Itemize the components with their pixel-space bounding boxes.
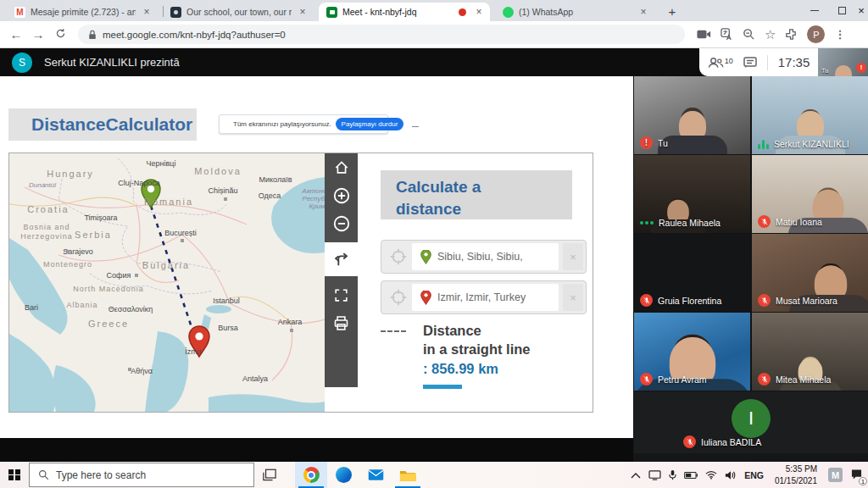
participant-tile[interactable]: !Tu — [634, 76, 750, 154]
destination-input[interactable]: Izmir, Izmir, Turkey — [412, 284, 559, 311]
shared-screen: DistanceCalculator Tüm ekranınızı paylaş… — [0, 76, 633, 438]
participant-tile[interactable]: Matiu Ioana — [752, 155, 868, 233]
origin-clear-button[interactable]: × — [563, 243, 583, 270]
map[interactable]: ЧернівціHungaryMoldovaМиколаївDunántúlCl… — [9, 153, 325, 412]
lock-icon — [88, 30, 97, 40]
origin-input[interactable]: Sibiu, Sibiu, Sibiu, — [412, 243, 559, 270]
city-marker — [290, 329, 293, 332]
tab-close-icon[interactable]: × — [297, 6, 309, 18]
mic-muted-icon — [683, 435, 696, 448]
destination-clear-button[interactable]: × — [563, 284, 583, 311]
tray-expand-icon[interactable] — [631, 472, 641, 479]
new-tab-button[interactable]: + — [663, 3, 682, 20]
display-icon[interactable] — [648, 470, 661, 480]
participant-name-label: Iuliana BADILA — [683, 435, 761, 448]
browser-tab[interactable]: Our school, our town, our region× — [163, 3, 314, 21]
bookmark-star-icon[interactable]: ☆ — [765, 27, 776, 42]
participant-letter-avatar: I — [732, 399, 771, 438]
browser-tab[interactable]: Meet - knt-nbyf-jdq× — [319, 3, 490, 21]
language-indicator[interactable]: ENG — [744, 470, 764, 480]
meet-header-controls: 10 17:35 — [699, 48, 818, 76]
browser-tab[interactable]: MMesaje primite (2.723) - andreea× — [7, 3, 158, 21]
map-label: Bari — [25, 303, 38, 312]
participant-tile[interactable]: IIuliana BADILA — [634, 391, 868, 453]
battery-icon[interactable] — [684, 471, 698, 480]
map-route-button[interactable] — [325, 242, 358, 276]
stop-sharing-button[interactable]: Paylaşmayı durdur — [336, 118, 404, 130]
distance-result: Distance in a straight line : 856.99 km — [381, 321, 584, 389]
map-zoom-in-button[interactable] — [325, 181, 358, 209]
window-minimize-button[interactable] — [801, 0, 828, 21]
speaking-indicator-icon — [758, 139, 769, 149]
tab-close-icon[interactable]: × — [637, 6, 649, 18]
tab-title: Our school, our town, our region — [186, 7, 292, 17]
locate-icon[interactable] — [389, 247, 408, 266]
city-marker — [66, 250, 70, 253]
task-view-button[interactable] — [254, 462, 285, 488]
zoom-out-icon[interactable] — [743, 28, 755, 41]
back-button[interactable]: ← — [5, 27, 27, 42]
participants-button[interactable]: 10 — [708, 57, 733, 69]
taskbar-edge-button[interactable] — [327, 462, 359, 488]
participant-tile[interactable]: Gruia Florentina — [634, 234, 750, 312]
participant-tile[interactable]: Petru Avram — [634, 313, 750, 391]
mic-muted-icon — [640, 294, 653, 307]
participant-tile[interactable]: Musat Marioara — [752, 234, 868, 312]
wifi-icon[interactable] — [705, 470, 717, 480]
map-label: Herzegovina — [20, 232, 73, 241]
participants-count: 10 — [725, 57, 733, 69]
profile-avatar[interactable]: P — [807, 25, 825, 43]
refresh-button[interactable] — [49, 27, 71, 42]
browser-menu-icon[interactable]: ⋮ — [834, 28, 845, 41]
map-label: Миколаїв — [259, 175, 292, 184]
map-label: Θεσσαλονίκη — [108, 305, 153, 313]
self-video-thumbnail[interactable]: Tu ! — [818, 48, 868, 76]
tab-close-icon[interactable]: × — [141, 6, 153, 18]
participant-video — [650, 200, 706, 233]
participant-name-label: Gruia Florentina — [640, 294, 721, 307]
recording-icon — [459, 8, 466, 16]
tab-close-icon[interactable]: × — [473, 6, 485, 18]
chat-icon[interactable] — [743, 57, 757, 69]
tab-title: Meet - knt-nbyf-jdq — [342, 7, 452, 17]
taskbar-search[interactable]: Type here to search — [29, 463, 254, 487]
map-home-button[interactable] — [325, 153, 358, 181]
participant-name-label: Musat Marioara — [758, 294, 837, 307]
extensions-icon[interactable] — [785, 28, 798, 41]
participant-tile[interactable]: Mitea Mihaela — [752, 313, 868, 391]
tab-title: Mesaje primite (2.723) - andreea — [31, 7, 136, 17]
map-zoom-out-button[interactable] — [325, 209, 358, 237]
notification-center-button[interactable]: 1 — [850, 468, 863, 483]
taskbar-chrome-button[interactable] — [295, 462, 327, 488]
taskbar-clock[interactable]: 5:35 PM 01/15/2021 — [775, 463, 817, 486]
route-legend-dash — [381, 330, 406, 332]
address-bar[interactable]: meet.google.com/knt-nbyf-jdq?authuser=0 — [78, 25, 685, 44]
map-print-button[interactable] — [325, 309, 358, 337]
translate-icon[interactable] — [721, 28, 733, 41]
camera-icon[interactable] — [697, 29, 711, 40]
map-label: North Macedonia — [73, 285, 144, 293]
forward-button[interactable]: → — [27, 27, 49, 42]
participant-name: Tu — [658, 138, 668, 148]
locate-icon[interactable] — [389, 288, 408, 307]
map-label: Bosnia and — [23, 223, 70, 231]
speaker-icon[interactable] — [725, 470, 737, 480]
map-label: Чернівці — [147, 159, 176, 168]
destination-field: Izmir, Izmir, Turkey × — [381, 280, 587, 314]
browser-tab[interactable]: (1) WhatsApp× — [495, 3, 654, 21]
microphone-icon[interactable] — [669, 469, 676, 480]
taskbar-explorer-button[interactable] — [392, 462, 424, 488]
map-fullscreen-button[interactable] — [325, 281, 358, 309]
map-label: Greece — [88, 319, 129, 329]
start-button[interactable] — [0, 462, 29, 488]
window-close-button[interactable]: × — [848, 0, 868, 21]
taskbar-mail-button[interactable] — [359, 462, 392, 488]
participants-panel: !TuSerkut KIZANLIKLIRaulea MihaelaMatiu … — [634, 76, 868, 453]
participant-name-label: !Tu — [640, 136, 668, 149]
map-label: Serbia — [75, 230, 112, 240]
map-label: Timișoara — [84, 214, 117, 222]
participant-tile[interactable]: Raulea Mihaela — [634, 155, 750, 233]
participant-tile[interactable]: Serkut KIZANLIKLI — [752, 76, 868, 154]
windows-logo-icon — [8, 469, 20, 481]
tray-app-icon[interactable]: M — [828, 468, 843, 482]
